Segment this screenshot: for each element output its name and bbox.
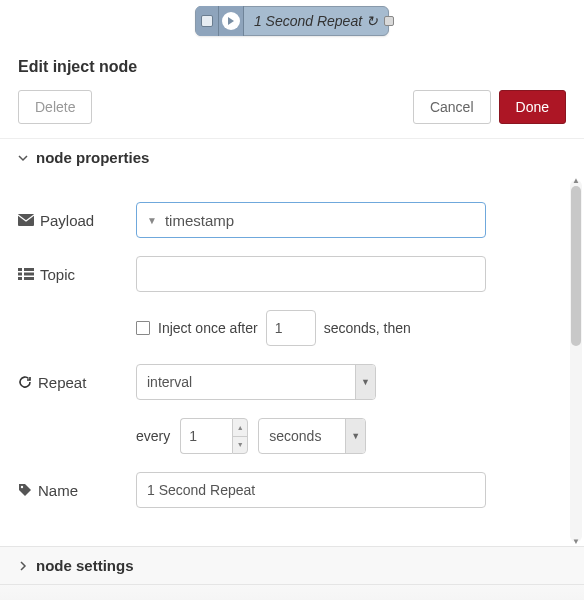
refresh-icon [18, 375, 32, 389]
delete-button[interactable]: Delete [18, 90, 92, 124]
topic-label: Topic [18, 266, 128, 283]
repeat-label: Repeat [18, 374, 128, 391]
payload-label-text: Payload [40, 212, 94, 229]
chevron-down-icon [18, 153, 28, 163]
select-caret-icon: ▼ [355, 365, 375, 399]
inject-once-checkbox[interactable] [136, 321, 150, 335]
node-preview-area: 1 Second Repeat ↻ [0, 0, 584, 46]
button-row: Delete Cancel Done [0, 90, 584, 138]
svg-rect-0 [18, 214, 34, 226]
svg-rect-2 [24, 268, 34, 271]
topic-input[interactable] [136, 256, 486, 292]
interval-spinner: ▲ ▼ [180, 418, 248, 454]
payload-row: Payload ▼ timestamp [18, 202, 566, 238]
chevron-right-icon [18, 561, 28, 571]
svg-rect-1 [18, 268, 22, 271]
node-properties-label: node properties [36, 149, 149, 166]
inject-port-icon [201, 15, 213, 27]
name-row: Name [18, 472, 566, 508]
svg-rect-3 [18, 273, 22, 276]
topic-label-text: Topic [40, 266, 75, 283]
envelope-icon [18, 214, 34, 226]
repeat-row: Repeat interval ▼ [18, 364, 566, 400]
select-caret-icon: ▼ [345, 419, 365, 453]
tag-icon [18, 483, 32, 497]
node-settings-header[interactable]: node settings [0, 546, 584, 585]
payload-value: timestamp [165, 212, 234, 229]
payload-dropdown[interactable]: ▼ timestamp [136, 202, 486, 238]
topic-row: Topic [18, 256, 566, 292]
caret-down-icon: ▼ [147, 215, 157, 226]
cancel-button[interactable]: Cancel [413, 90, 491, 124]
every-label: every [136, 428, 170, 444]
name-label-text: Name [38, 482, 78, 499]
inject-once-row: Inject once after seconds, then [136, 310, 566, 346]
interval-row: every ▲ ▼ seconds ▼ [136, 418, 566, 454]
repeat-mode-select[interactable]: interval ▼ [136, 364, 376, 400]
repeat-label-text: Repeat [38, 374, 86, 391]
list-icon [18, 268, 34, 280]
interval-value-input[interactable] [180, 418, 232, 454]
scrollbar-thumb[interactable] [571, 186, 581, 346]
repeat-icon: ↻ [366, 13, 378, 29]
name-label: Name [18, 482, 128, 499]
node-output-port[interactable] [384, 16, 394, 26]
scrollbar[interactable]: ▲ ▼ [570, 180, 582, 542]
done-button[interactable]: Done [499, 90, 566, 124]
node-label-text: 1 Second Repeat [254, 13, 362, 29]
svg-rect-5 [18, 277, 22, 280]
node-settings-label: node settings [36, 557, 134, 574]
inject-node[interactable]: 1 Second Repeat ↻ [195, 6, 389, 36]
spinner-buttons: ▲ ▼ [232, 418, 248, 454]
inject-arrow-segment [218, 6, 244, 36]
inject-once-prefix: Inject once after [158, 320, 258, 336]
inject-once-suffix: seconds, then [324, 320, 411, 336]
node-label: 1 Second Repeat ↻ [244, 13, 388, 29]
interval-unit-value: seconds [259, 428, 345, 444]
repeat-mode-value: interval [137, 374, 355, 390]
form-area: ▲ ▼ Payload ▼ timestamp Topic [0, 176, 584, 546]
payload-label: Payload [18, 212, 128, 229]
inject-trigger-button[interactable] [196, 6, 218, 36]
svg-rect-6 [24, 277, 34, 280]
spinner-up-button[interactable]: ▲ [233, 419, 247, 437]
name-input[interactable] [136, 472, 486, 508]
svg-rect-4 [24, 273, 34, 276]
arrow-right-icon [222, 12, 240, 30]
scroll-up-icon[interactable]: ▲ [570, 176, 582, 185]
inject-once-delay-input[interactable] [266, 310, 316, 346]
interval-unit-select[interactable]: seconds ▼ [258, 418, 366, 454]
bottom-area [0, 585, 584, 600]
spinner-down-button[interactable]: ▼ [233, 437, 247, 454]
node-properties-header[interactable]: node properties [0, 138, 584, 176]
scroll-down-icon[interactable]: ▼ [570, 537, 582, 546]
svg-point-7 [21, 486, 23, 488]
panel-title: Edit inject node [0, 46, 584, 90]
